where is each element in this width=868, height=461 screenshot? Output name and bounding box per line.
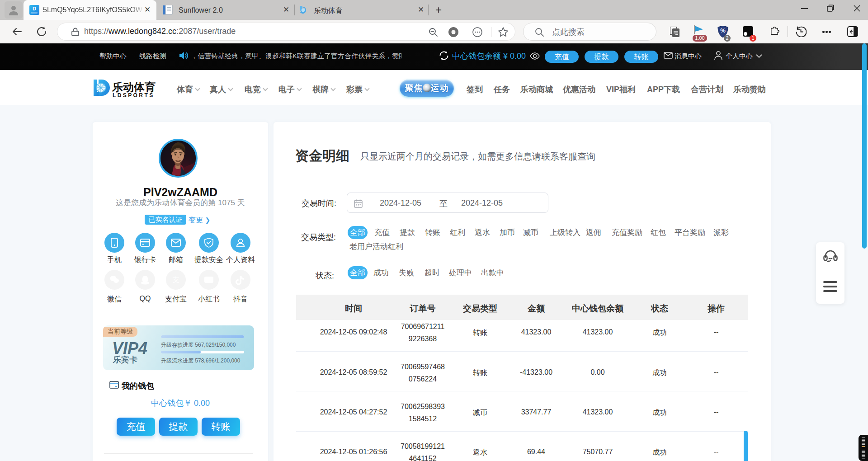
svg-text:D: D bbox=[33, 6, 36, 11]
svg-text:%: % bbox=[720, 27, 726, 34]
svg-text:支: 支 bbox=[173, 276, 179, 283]
